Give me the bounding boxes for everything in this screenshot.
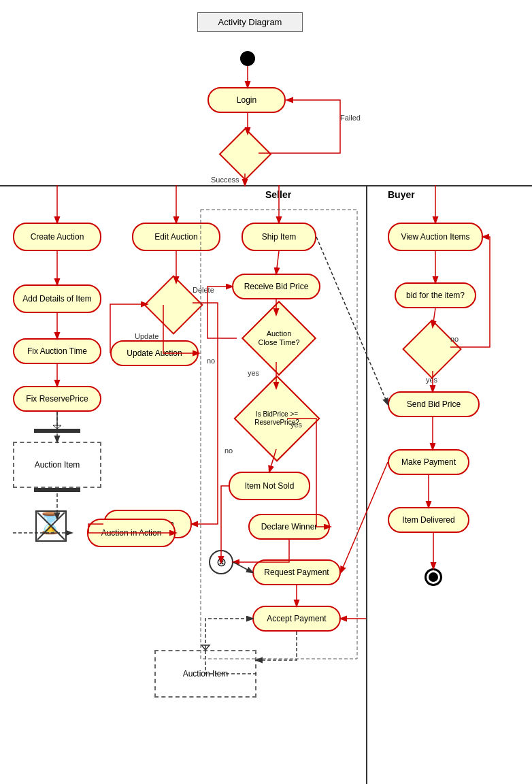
- bid-no-label: no: [450, 335, 459, 343]
- svg-marker-36: [53, 488, 61, 491]
- bid-price-diamond: Is BidPrice >=ReservePrice?: [226, 388, 328, 449]
- login-label: Login: [237, 95, 256, 105]
- update-auction-node: Update Auction: [110, 340, 199, 366]
- buyer-label: Buyer: [388, 189, 415, 200]
- hourglass-x-icon: [34, 509, 68, 543]
- auction-item-box2: Auction Item: [154, 650, 256, 698]
- success-label: Success: [211, 176, 239, 184]
- start-node: [240, 51, 255, 66]
- bid-price-no-label: no: [225, 446, 233, 455]
- fix-reserve-price-node: Fix ReservePrice: [13, 386, 101, 412]
- fix-auction-time-node: Fix Auction Time: [13, 338, 101, 364]
- failed-label: Failed: [340, 114, 361, 122]
- item-delivered-node: Item Delivered: [388, 507, 469, 533]
- diagram-title: Activity Diagram: [197, 12, 303, 32]
- bid-for-item-node: bid for the item?: [395, 282, 476, 308]
- login-node: Login: [207, 87, 286, 113]
- update-label: Update: [135, 332, 159, 340]
- merge-circle: ⊗: [209, 550, 233, 574]
- svg-line-21: [233, 562, 252, 572]
- item-not-sold-node: Item Not Sold: [229, 472, 310, 500]
- bid-yes-label: yes: [426, 376, 437, 384]
- auction-item-box2-label: Auction Item: [183, 669, 229, 679]
- make-payment-node: Make Payment: [388, 449, 469, 475]
- receive-bid-node: Receive Bid Price: [232, 274, 320, 299]
- svg-line-27: [341, 462, 388, 572]
- edit-auction-node: Edit Auction: [132, 223, 220, 251]
- auction-item-box1: Auction Item: [13, 442, 101, 488]
- end-node: [425, 568, 442, 586]
- svg-rect-34: [34, 488, 80, 492]
- auction-close-diamond: AuctionClose Time?: [235, 314, 323, 362]
- ship-item-node: Ship Item: [242, 223, 316, 251]
- delete-label: Delete: [193, 286, 214, 294]
- send-bid-price-node: Send Bid Price: [388, 391, 480, 417]
- request-payment-node: Request Payment: [252, 559, 341, 585]
- auction-close-yes-label: yes: [248, 369, 259, 377]
- svg-rect-32: [34, 429, 80, 433]
- auction-item-box1-label: Auction Item: [35, 460, 80, 470]
- login-diamond: [218, 133, 272, 174]
- title-text: Activity Diagram: [218, 17, 282, 27]
- seller-label: Seller: [265, 189, 291, 200]
- svg-marker-37: [201, 645, 210, 650]
- svg-line-30: [316, 237, 388, 404]
- add-details-node: Add Details of Item: [13, 284, 101, 313]
- swimlane-vertical-divider: [366, 185, 367, 784]
- declare-winner-node: Declare Winner: [248, 514, 330, 540]
- svg-marker-35: [53, 425, 61, 429]
- swimlane-top-border: [0, 185, 532, 186]
- create-auction-node: Create Auction: [13, 223, 101, 251]
- accept-payment-node: Accept Payment: [252, 606, 341, 632]
- auction-close-no-label: no: [207, 357, 215, 365]
- bid-for-item-diamond: [405, 327, 459, 371]
- auction-in-action-node: Auction in Action: [87, 519, 176, 547]
- diagram-container: Activity Diagram Login Success Failed Se…: [0, 0, 532, 784]
- svg-line-17: [276, 251, 279, 274]
- view-auction-items-node: View Auction Items: [388, 223, 483, 251]
